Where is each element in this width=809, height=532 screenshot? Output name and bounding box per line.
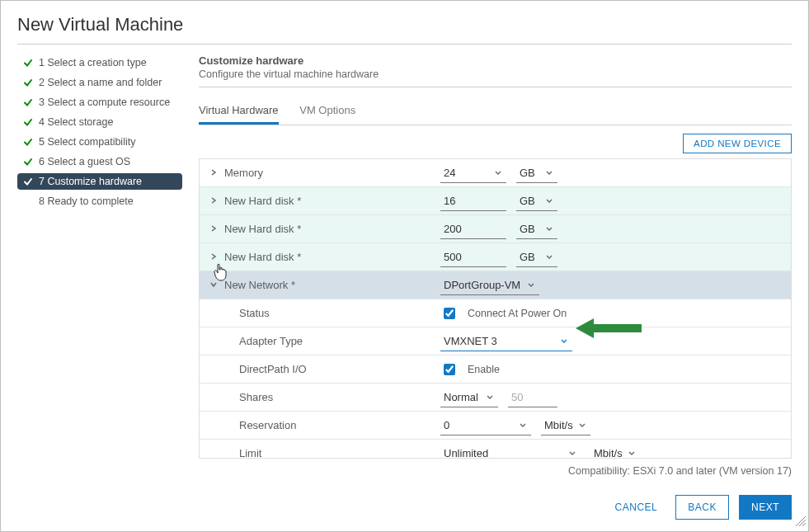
chevron-right-icon[interactable] — [209, 252, 219, 262]
step-ready-complete[interactable]: 8 Ready to complete — [17, 193, 182, 210]
disk-size-input[interactable] — [440, 219, 506, 239]
step-label: 1 Select a creation type — [39, 57, 147, 68]
disk-size-input[interactable] — [440, 247, 506, 267]
panel-subtitle: Configure the virtual machine hardware — [199, 68, 792, 80]
step-guest-os[interactable]: 6 Select a guest OS — [17, 153, 182, 170]
toolbar: ADD NEW DEVICE — [199, 134, 792, 153]
network-row: New Network * — [200, 271, 791, 299]
status-label: Status — [239, 307, 270, 319]
dialog-body: 1 Select a creation type 2 Select a name… — [17, 45, 792, 477]
check-icon — [22, 117, 34, 127]
reservation-input[interactable] — [440, 416, 531, 435]
directpath-row: DirectPath I/O Enable — [200, 355, 791, 384]
step-storage[interactable]: 4 Select storage — [17, 114, 182, 130]
check-icon — [22, 78, 34, 87]
adapter-type-select[interactable] — [440, 332, 572, 351]
network-portgroup-select[interactable] — [440, 275, 539, 295]
reservation-unit-select[interactable] — [541, 416, 590, 435]
back-button[interactable]: BACK — [675, 495, 729, 520]
main-panel: Customize hardware Configure the virtual… — [199, 54, 792, 477]
dialog-title: New Virtual Machine — [17, 14, 792, 35]
tab-virtual-hardware[interactable]: Virtual Hardware — [199, 97, 279, 125]
step-label: 3 Select a compute resource — [39, 97, 170, 108]
disk-label: New Hard disk * — [224, 195, 301, 207]
chevron-right-icon[interactable] — [209, 168, 219, 178]
step-compute-resource[interactable]: 3 Select a compute resource — [17, 94, 182, 111]
step-customize-hardware[interactable]: 7 Customize hardware — [17, 173, 182, 190]
disk-unit-select[interactable] — [516, 247, 557, 267]
shares-select[interactable] — [440, 388, 498, 407]
limit-row: Limit — [200, 440, 791, 459]
shares-row: Shares — [200, 384, 791, 412]
shares-level-input — [508, 388, 557, 407]
hard-disk-row: New Hard disk * — [200, 215, 791, 243]
chevron-right-icon[interactable] — [209, 224, 219, 234]
disk-label: New Hard disk * — [224, 251, 301, 263]
tabs: Virtual Hardware VM Options — [199, 97, 792, 125]
network-label: New Network * — [224, 279, 295, 291]
step-creation-type[interactable]: 1 Select a creation type — [17, 54, 182, 71]
connect-poweron-checkbox[interactable] — [444, 308, 455, 319]
directpath-label: DirectPath I/O — [239, 363, 307, 375]
panel-title: Customize hardware — [199, 54, 792, 67]
disk-unit-select[interactable] — [516, 219, 557, 239]
tab-vm-options[interactable]: VM Options — [299, 97, 355, 125]
reservation-row: Reservation — [200, 412, 791, 440]
disk-size-input[interactable] — [440, 191, 506, 211]
shares-label: Shares — [239, 391, 273, 403]
panel-header: Customize hardware Configure the virtual… — [199, 54, 792, 87]
directpath-checkbox[interactable] — [444, 364, 455, 375]
step-label: 5 Select compatibility — [39, 136, 135, 148]
check-icon — [22, 177, 34, 186]
connect-poweron-label: Connect At Power On — [468, 308, 567, 319]
reservation-label: Reservation — [239, 419, 296, 431]
limit-input[interactable] — [440, 444, 581, 459]
hard-disk-row: New Hard disk * — [200, 187, 791, 215]
step-label: 6 Select a guest OS — [39, 156, 130, 167]
resize-handle-icon[interactable] — [796, 516, 806, 529]
add-new-device-button[interactable]: ADD NEW DEVICE — [683, 134, 792, 153]
step-name-folder[interactable]: 2 Select a name and folder — [17, 74, 182, 91]
memory-label: Memory — [224, 167, 263, 179]
adapter-type-row: Adapter Type — [200, 327, 791, 355]
step-label: 8 Ready to complete — [39, 195, 134, 207]
new-vm-dialog: New Virtual Machine 1 Select a creation … — [0, 0, 809, 532]
next-button[interactable]: NEXT — [739, 495, 792, 520]
dialog-footer: CANCEL BACK NEXT — [17, 495, 792, 520]
disk-unit-select[interactable] — [516, 191, 557, 211]
step-label: 4 Select storage — [39, 116, 113, 128]
wizard-steps: 1 Select a creation type 2 Select a name… — [17, 54, 182, 477]
check-icon — [22, 157, 34, 167]
divider — [199, 87, 792, 87]
hardware-grid[interactable]: Memory New Hard disk * New Hard disk * — [199, 158, 792, 459]
chevron-down-icon[interactable] — [209, 280, 219, 290]
compatibility-text: Compatibility: ESXi 7.0 and later (VM ve… — [199, 465, 792, 477]
step-label: 7 Customize hardware — [39, 176, 142, 187]
directpath-enable-label: Enable — [468, 364, 500, 375]
memory-row: Memory — [200, 159, 791, 187]
check-icon — [22, 137, 34, 147]
limit-unit-select[interactable] — [590, 444, 640, 459]
memory-unit-select[interactable] — [516, 163, 557, 183]
disk-label: New Hard disk * — [224, 223, 301, 235]
check-icon — [22, 58, 34, 68]
hard-disk-row: New Hard disk * — [200, 243, 791, 271]
step-label: 2 Select a name and folder — [39, 77, 162, 88]
network-status-row: Status Connect At Power On — [200, 299, 791, 327]
adapter-type-label: Adapter Type — [239, 335, 303, 347]
step-compatibility[interactable]: 5 Select compatibility — [17, 134, 182, 150]
cancel-button[interactable]: CANCEL — [607, 495, 666, 520]
limit-label: Limit — [239, 447, 261, 459]
memory-value-input[interactable] — [440, 163, 506, 183]
chevron-right-icon[interactable] — [209, 196, 219, 206]
check-icon — [22, 97, 34, 107]
